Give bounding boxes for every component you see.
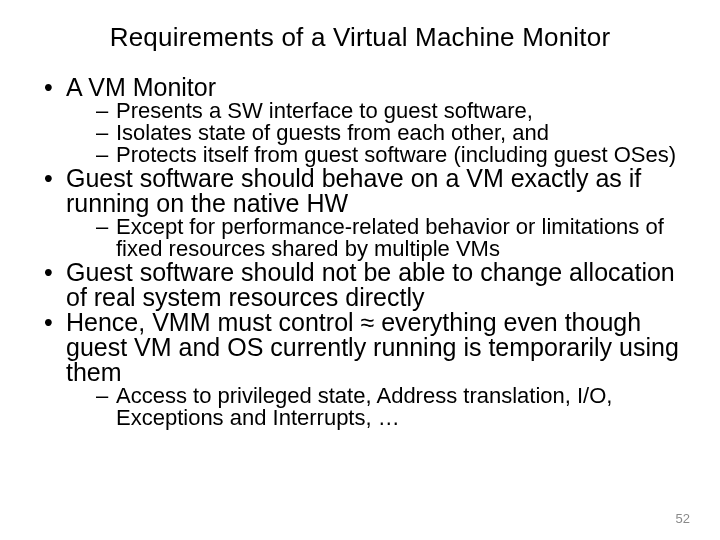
page-number: 52: [676, 511, 690, 526]
bullet-item: A VM Monitor Presents a SW interface to …: [38, 75, 682, 166]
sub-bullet-item: Isolates state of guests from each other…: [94, 122, 682, 144]
slide: Requirements of a Virtual Machine Monito…: [0, 0, 720, 540]
sub-bullet-list: Access to privileged state, Address tran…: [66, 385, 682, 429]
sub-bullet-list: Presents a SW interface to guest softwar…: [66, 100, 682, 166]
bullet-item: Hence, VMM must control ≈ everything eve…: [38, 310, 682, 429]
sub-bullet-text: Access to privileged state, Address tran…: [116, 383, 612, 430]
sub-bullet-list: Except for performance-related behavior …: [66, 216, 682, 260]
sub-bullet-item: Protects itself from guest software (inc…: [94, 144, 682, 166]
bullet-text: Hence, VMM must control ≈ everything eve…: [66, 308, 679, 386]
bullet-text: A VM Monitor: [66, 73, 216, 101]
bullet-item: Guest software should not be able to cha…: [38, 260, 682, 310]
bullet-list: A VM Monitor Presents a SW interface to …: [38, 75, 682, 429]
sub-bullet-item: Access to privileged state, Address tran…: [94, 385, 682, 429]
sub-bullet-item: Except for performance-related behavior …: [94, 216, 682, 260]
slide-title: Requirements of a Virtual Machine Monito…: [38, 22, 682, 53]
bullet-item: Guest software should behave on a VM exa…: [38, 166, 682, 260]
bullet-text: Guest software should not be able to cha…: [66, 258, 675, 311]
sub-bullet-text: Except for performance-related behavior …: [116, 214, 664, 261]
sub-bullet-item: Presents a SW interface to guest softwar…: [94, 100, 682, 122]
bullet-text: Guest software should behave on a VM exa…: [66, 164, 641, 217]
